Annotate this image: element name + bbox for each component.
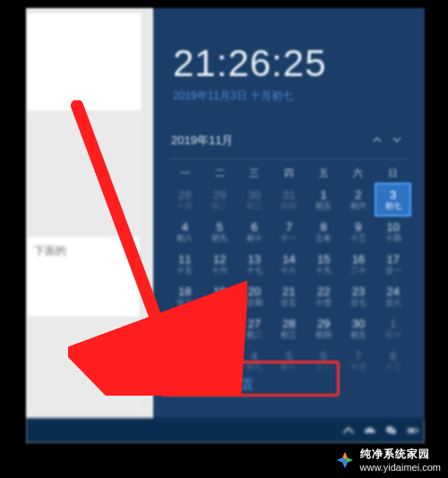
bg-card-1 [26,12,142,112]
date-time-settings-link[interactable]: 日期和时间设置 [166,377,254,393]
dow-label: 六 [341,163,376,184]
calendar-day[interactable]: 17廿一 [376,249,409,279]
calendar-day[interactable]: 25廿九 [168,313,202,344]
bg-card-2: 下面的 [26,235,141,318]
clock-time: 21:26:25 [173,42,327,85]
dow-label: 四 [271,163,306,184]
next-month-button[interactable] [387,134,407,147]
calendar-day[interactable]: 7十一 [272,217,306,247]
watermark-url: www.yidaimei.com [360,462,441,473]
dow-label: 二 [202,163,237,184]
calendar-day[interactable]: 3初七 [376,184,409,215]
prev-month-button[interactable] [367,134,387,147]
svg-point-2 [391,429,396,434]
watermark-title: 纯净系统家园 [360,447,441,462]
calendar-day[interactable]: 9十三 [342,217,375,247]
calendar-day[interactable]: 23廿七 [342,281,375,312]
calendar-day[interactable]: 11十五 [168,249,202,279]
tray-up-icon[interactable] [342,424,355,437]
calendar-day[interactable]: 15十九 [307,249,340,279]
dow-label: 三 [237,163,271,184]
calendar-day[interactable]: 1初五 [307,184,340,215]
calendar-day[interactable]: 29初二 [203,184,237,215]
watermark: 纯净系统家园 www.yidaimei.com [335,447,441,473]
svg-rect-4 [418,430,418,432]
calendar-day[interactable]: 22小雪 [307,281,340,312]
calendar-day[interactable]: 8立冬 [307,217,340,247]
background-window: 下面的 [26,8,142,443]
svg-rect-5 [409,429,415,432]
calendar-day[interactable]: 19廿三 [203,281,237,312]
calendar-day[interactable]: 10十四 [376,217,409,247]
calendar-day[interactable]: 6初十 [237,217,271,247]
calendar-day[interactable]: 12十六 [203,249,237,279]
calendar-day[interactable]: 21廿五 [272,281,306,312]
calendar-day[interactable]: 20廿四 [237,281,271,312]
taskbar[interactable] [26,418,425,443]
tray-wechat-icon[interactable] [385,424,398,437]
calendar-day[interactable]: 28初三 [272,313,306,344]
calendar-day[interactable]: 30初三 [237,184,271,215]
calendar-day[interactable]: 27初二 [237,313,271,344]
clock-calendar-flyout: 21:26:25 2019年11月3日 十月初七 2019年11月 一二三四五六… [153,8,425,420]
calendar-month-label[interactable]: 2019年11月 [171,132,233,149]
watermark-logo-icon [335,450,355,470]
calendar-day[interactable]: 16二十 [342,249,375,279]
dow-label: 五 [306,163,341,184]
calendar-day[interactable]: 28十月 [168,184,202,215]
clock-date[interactable]: 2019年11月3日 十月初七 [173,89,327,104]
calendar-day[interactable]: 14十八 [272,249,306,279]
tray-battery-icon[interactable] [407,424,419,437]
dow-label: 一 [168,163,202,184]
calendar-day[interactable]: 13十七 [237,249,271,279]
calendar-day[interactable]: 31初四 [272,184,306,215]
dow-label: 日 [375,163,410,184]
calendar-day[interactable]: 24廿八 [376,281,409,312]
tray-onedrive-icon[interactable] [364,424,376,437]
calendar-day[interactable]: 1初六 [376,313,409,344]
calendar-day[interactable]: 4初八 [168,217,202,247]
calendar-day[interactable]: 18廿二 [168,281,202,312]
calendar-day[interactable]: 5初九 [203,217,237,247]
calendar-day[interactable]: 30初五 [342,313,375,344]
calendar-day[interactable]: 29初四 [307,313,340,344]
calendar-day[interactable]: 2初六 [342,184,375,215]
calendar-day[interactable]: 26十一月 [203,313,237,344]
